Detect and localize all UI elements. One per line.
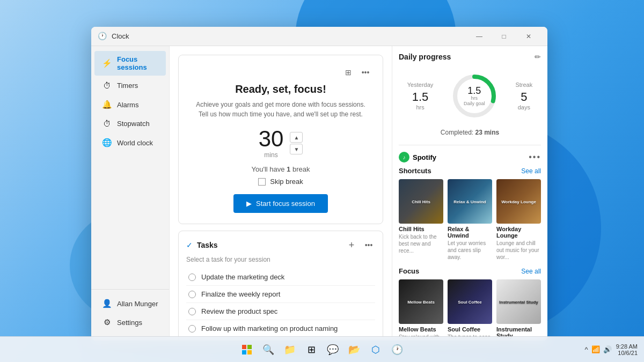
daily-goal-donut: 1.5 hrs Daily goal — [450, 72, 499, 120]
focus-grid: Mellow Beats Mellow Beats Stay relaxed w… — [399, 279, 541, 341]
file-explorer-button[interactable]: 📁 — [280, 340, 299, 359]
taskbar: 🔍 📁 ⊞ 💬 📂 ⬡ 🕐 ^ 📶 🔊 9:28 AM 10/6/21 — [0, 336, 644, 362]
start-btn-label: Start focus session — [256, 200, 315, 208]
streak-unit: days — [515, 104, 532, 110]
task-view-button[interactable]: ⊞ — [302, 340, 321, 359]
mellow-thumb-label: Mellow Beats — [407, 299, 435, 304]
soul-thumb-label: Soul Coffee — [458, 299, 481, 304]
task-radio-4[interactable] — [188, 325, 196, 333]
donut-value: 1.5 — [464, 86, 485, 95]
task-item-3[interactable]: Review the product spec — [186, 303, 375, 320]
app-icon: 🕐 — [98, 32, 107, 41]
files-button[interactable]: 📂 — [345, 340, 364, 359]
focus-music-header: Focus See all — [399, 267, 541, 275]
progress-section-header: Daily progress ✏ — [399, 53, 541, 61]
yesterday-label: Yesterday — [407, 82, 434, 88]
sidebar-item-focus-sessions[interactable]: ⚡ Focus sessions — [94, 51, 166, 76]
window-title: Clock — [112, 32, 467, 40]
skip-break-checkbox[interactable] — [258, 178, 266, 186]
task-item-1[interactable]: Update the marketing deck — [186, 269, 375, 286]
sidebar-item-settings[interactable]: ⚙ Settings — [94, 313, 166, 331]
wifi-icon[interactable]: 📶 — [591, 345, 600, 353]
music-card-relax[interactable]: Relax & Unwind Relax & Unwind Let your w… — [448, 179, 492, 261]
time-decrement-button[interactable]: ▼ — [290, 144, 303, 154]
clock-taskbar-button[interactable]: 🕐 — [387, 340, 407, 359]
sidebar-item-stopwatch[interactable]: ⏱ Stopwatch — [94, 115, 166, 132]
spotify-section: ♪ Spotify ••• Shortcuts See all — [399, 145, 541, 341]
more-options-button[interactable]: ••• — [359, 66, 372, 79]
settings-icon: ⚙ — [102, 317, 112, 327]
streak-stat: Streak 5 days — [515, 82, 532, 110]
soul-title: Soul Coffee — [448, 326, 492, 333]
taskbar-clock[interactable]: 9:28 AM 10/6/21 — [616, 343, 638, 356]
tasks-header: ✓ Tasks + ••• — [186, 239, 375, 252]
task-radio-1[interactable] — [188, 274, 196, 281]
relax-thumbnail: Relax & Unwind — [448, 179, 492, 224]
user-icon: 👤 — [102, 299, 112, 308]
focus-card-header: ⊞ ••• — [189, 66, 372, 79]
sidebar: ⚡ Focus sessions ⏱ Timers 🔔 Alarms ⏱ Sto… — [91, 46, 169, 341]
fullscreen-button[interactable]: ⊞ — [342, 66, 355, 79]
svg-rect-3 — [247, 345, 252, 349]
svg-rect-4 — [242, 350, 246, 354]
task-item-2[interactable]: Finalize the weekly report — [186, 286, 375, 303]
skip-break-container: Skip break — [189, 178, 372, 186]
chill-hits-thumbnail: Chill Hits — [399, 179, 443, 224]
sidebar-settings-label: Settings — [117, 319, 142, 327]
taskbar-time-display: 9:28 AM — [616, 343, 638, 350]
sidebar-label-timers: Timers — [117, 82, 138, 90]
soul-thumbnail: Soul Coffee — [448, 279, 492, 324]
sidebar-item-timers[interactable]: ⏱ Timers — [94, 77, 166, 94]
sidebar-item-user[interactable]: 👤 Allan Munger — [94, 294, 166, 313]
start-focus-session-button[interactable]: ▶ Start focus session — [233, 194, 328, 213]
spotify-circle-icon: ♪ — [399, 152, 409, 162]
alarms-icon: 🔔 — [102, 100, 112, 109]
time-increment-button[interactable]: ▲ — [290, 132, 303, 143]
yesterday-stat: Yesterday 1.5 hrs — [407, 82, 434, 110]
volume-icon[interactable]: 🔊 — [603, 345, 612, 353]
minimize-button[interactable]: — — [467, 27, 492, 46]
titlebar: 🕐 Clock — □ ✕ — [91, 27, 547, 46]
sidebar-user-name: Allan Munger — [117, 300, 158, 308]
sidebar-label-stopwatch: Stopwatch — [117, 120, 150, 128]
edge-button[interactable]: ⬡ — [366, 340, 385, 359]
sidebar-item-world-clock[interactable]: 🌐 World clock — [94, 134, 166, 152]
instrumental-thumb-label: Instrumental Study — [499, 299, 538, 304]
window-body: ⚡ Focus sessions ⏱ Timers 🔔 Alarms ⏱ Sto… — [91, 46, 547, 341]
maximize-button[interactable]: □ — [492, 27, 516, 46]
content-area: ⊞ ••• Ready, set, focus! Achieve your go… — [170, 46, 547, 341]
streak-value: 5 — [515, 90, 532, 104]
break-text: You'll have 1 break — [189, 165, 372, 173]
focus-see-all-button[interactable]: See all — [521, 268, 541, 275]
edit-progress-button[interactable]: ✏ — [535, 53, 541, 61]
task-radio-2[interactable] — [188, 291, 196, 298]
tasks-add-button[interactable]: + — [345, 239, 358, 252]
close-button[interactable]: ✕ — [516, 27, 541, 46]
stopwatch-icon: ⏱ — [102, 119, 112, 128]
music-card-chill-hits[interactable]: Chill Hits Chill Hits Kick back to the b… — [399, 179, 443, 261]
teams-button[interactable]: 💬 — [323, 340, 342, 359]
shortcuts-see-all-button[interactable]: See all — [521, 167, 541, 175]
chevron-up-icon[interactable]: ^ — [585, 345, 588, 353]
task-item-4[interactable]: Follow up with marketing on product nami… — [186, 320, 375, 337]
search-taskbar-button[interactable]: 🔍 — [259, 340, 278, 359]
clock-window: 🕐 Clock — □ ✕ ⚡ Focus sessions ⏱ Timers … — [91, 27, 547, 341]
start-button[interactable] — [237, 340, 257, 359]
music-card-mellow[interactable]: Mellow Beats Mellow Beats Stay relaxed w… — [399, 279, 443, 341]
spotify-more-button[interactable]: ••• — [529, 153, 541, 161]
tasks-more-button[interactable]: ••• — [362, 239, 375, 252]
music-card-workday[interactable]: Workday Lounge Workday Lounge Lounge and… — [496, 179, 541, 261]
sidebar-item-alarms[interactable]: 🔔 Alarms — [94, 95, 166, 114]
system-tray-icons: ^ 📶 🔊 — [585, 345, 612, 353]
timers-icon: ⏱ — [102, 81, 112, 90]
chill-hits-desc: Kick back to the best new and rece... — [399, 233, 443, 254]
music-card-instrumental[interactable]: Instrumental Study Instrumental Study A … — [496, 279, 541, 341]
teams-icon: 💬 — [327, 344, 339, 356]
music-card-soul[interactable]: Soul Coffee Soul Coffee The tunes to eas… — [448, 279, 492, 341]
tasks-subtitle: Select a task for your session — [186, 256, 375, 263]
taskbar-date-display: 10/6/21 — [618, 350, 638, 356]
task-radio-3[interactable] — [188, 308, 196, 315]
focus-panel: ⊞ ••• Ready, set, focus! Achieve your go… — [170, 46, 392, 341]
donut-center: 1.5 hrs Daily goal — [464, 86, 485, 106]
focus-music-title: Focus — [399, 267, 419, 275]
